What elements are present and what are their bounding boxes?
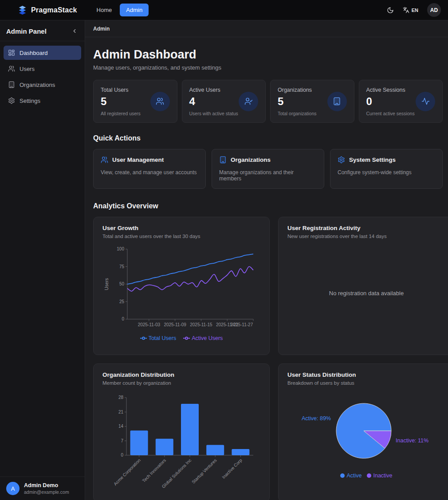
legend-item-active-users[interactable]: Active Users: [183, 335, 223, 341]
chart-title: User Growth: [102, 225, 260, 231]
legend-label: Inactive: [373, 473, 392, 479]
language-switcher[interactable]: EN: [403, 7, 418, 13]
org-distribution-card: Organization Distribution Member count b…: [93, 363, 270, 500]
registration-activity-card: User Registration Activity New user regi…: [278, 217, 448, 355]
sidebar-title: Admin Panel: [6, 27, 47, 35]
stat-label: Active Users: [189, 87, 238, 93]
building-icon: [8, 81, 15, 88]
svg-text:50: 50: [119, 281, 125, 286]
user-avatar[interactable]: AD: [427, 3, 441, 17]
action-title: User Management: [112, 156, 164, 163]
gear-icon: [8, 97, 15, 104]
breadcrumb[interactable]: Admin: [93, 26, 110, 32]
main-nav: Home Admin: [92, 4, 149, 16]
sidebar-nav: Dashboard Users Organizations Settings: [0, 41, 85, 112]
brand[interactable]: PragmaStack: [18, 5, 77, 15]
quick-actions-grid: User Management View, create, and manage…: [93, 149, 443, 189]
quick-actions-heading: Quick Actions: [93, 134, 443, 142]
breadcrumb-bar: Admin: [85, 20, 448, 37]
page-title: Admin Dashboard: [93, 48, 443, 62]
users-icon: [101, 156, 108, 164]
sidebar-item-organizations[interactable]: Organizations: [4, 78, 81, 92]
chart-title: User Status Distribution: [287, 371, 445, 378]
legend-label: Total Users: [149, 335, 177, 341]
action-card-organizations[interactable]: Organizations Manage organizations and t…: [212, 149, 324, 189]
stat-card-active-sessions[interactable]: Active Sessions 0 Current active session…: [359, 80, 443, 123]
svg-text:Active: 89%: Active: 89%: [302, 415, 331, 422]
action-card-system-settings[interactable]: System Settings Configure system-wide se…: [330, 149, 443, 189]
svg-text:75: 75: [119, 264, 125, 269]
sidebar-item-label: Dashboard: [20, 50, 48, 56]
stat-card-total-users[interactable]: Total Users 5 All registered users: [93, 80, 177, 123]
stat-card-active-users[interactable]: Active Users 4 Users with active status: [182, 80, 266, 123]
stat-value: 5: [101, 95, 141, 108]
user-growth-line-chart: 0255075100Users2025-11-032025-11-092025-…: [102, 245, 260, 333]
line-marker-icon: [183, 336, 190, 340]
action-card-user-management[interactable]: User Management View, create, and manage…: [93, 149, 206, 189]
legend-item-inactive[interactable]: Inactive: [367, 473, 392, 479]
users-icon: [150, 92, 170, 111]
svg-text:21: 21: [118, 410, 124, 414]
svg-text:Inactive: 11%: Inactive: 11%: [396, 438, 428, 444]
svg-text:0: 0: [122, 316, 124, 321]
stat-label: Active Sessions: [366, 87, 415, 93]
chevron-left-icon: [71, 28, 78, 34]
svg-text:Tech Innovators: Tech Innovators: [141, 458, 167, 484]
legend-label: Active: [346, 473, 362, 479]
svg-text:2025-11-03: 2025-11-03: [138, 322, 161, 327]
main-content: Admin Admin Dashboard Manage users, orga…: [85, 20, 448, 500]
user-name: Admin Demo: [24, 482, 69, 488]
svg-text:100: 100: [117, 246, 124, 251]
action-title: System Settings: [349, 156, 396, 163]
brand-name: PragmaStack: [31, 6, 77, 14]
chart-subtitle: Member count by organization: [102, 380, 260, 386]
sidebar-user-card[interactable]: A Admin Demo admin@example.com: [0, 477, 85, 500]
svg-text:0: 0: [121, 453, 123, 457]
legend-item-active[interactable]: Active: [340, 473, 362, 479]
stat-card-organizations[interactable]: Organizations 5 Total organizations: [270, 80, 354, 123]
svg-text:2025-11-09: 2025-11-09: [164, 322, 186, 327]
svg-text:2025-11-15: 2025-11-15: [190, 322, 212, 327]
sidebar-item-dashboard[interactable]: Dashboard: [4, 46, 81, 60]
users-icon: [8, 65, 15, 72]
nav-link-admin[interactable]: Admin: [120, 4, 149, 16]
layers-logo-icon: [18, 5, 27, 15]
sidebar-header: Admin Panel: [0, 20, 85, 41]
svg-text:2025-11-27: 2025-11-27: [231, 322, 253, 327]
sidebar-item-settings[interactable]: Settings: [4, 94, 81, 108]
dashboard-icon: [8, 49, 15, 56]
empty-state-message: No registration data available: [329, 290, 404, 297]
navbar-right: EN AD: [387, 3, 441, 17]
nav-link-home[interactable]: Home: [92, 4, 117, 16]
dark-mode-toggle[interactable]: [387, 7, 394, 14]
action-title: Organizations: [231, 156, 271, 163]
svg-text:7: 7: [121, 438, 123, 443]
user-growth-card: User Growth Total and active users over …: [93, 217, 270, 355]
chart-subtitle: Total and active users over the last 30 …: [102, 234, 260, 239]
stat-value: 4: [189, 95, 238, 108]
action-description: View, create, and manage user accounts: [101, 169, 198, 176]
svg-text:Startup Ventures: Startup Ventures: [191, 458, 217, 484]
sidebar-item-label: Settings: [20, 98, 40, 104]
user-status-legend: Active Inactive: [340, 473, 392, 479]
chart-title: User Registration Activity: [287, 225, 445, 231]
org-distribution-bar-chart: 07142128Acme CorporationTech InnovatorsG…: [102, 391, 260, 488]
building-icon: [327, 92, 347, 111]
svg-text:Users: Users: [104, 278, 109, 290]
action-description: Manage organizations and their members: [219, 169, 317, 182]
dot-marker-icon: [340, 473, 345, 478]
sidebar-item-users[interactable]: Users: [4, 62, 81, 76]
user-growth-legend: Total Users Active Users: [140, 335, 223, 341]
svg-text:Acme Corporation: Acme Corporation: [113, 458, 141, 487]
stat-description: Current active sessions: [366, 111, 415, 116]
language-label: EN: [412, 8, 418, 13]
stat-description: All registered users: [101, 111, 141, 116]
dot-marker-icon: [367, 473, 371, 478]
stat-description: Users with active status: [189, 111, 238, 116]
analytics-heading: Analytics Overview: [93, 202, 443, 210]
user-avatar-initial: A: [6, 482, 20, 495]
action-description: Configure system-wide settings: [338, 169, 435, 176]
sidebar-collapse-button[interactable]: [71, 27, 79, 35]
sidebar: Admin Panel Dashboard Users: [0, 20, 85, 500]
legend-item-total-users[interactable]: Total Users: [140, 335, 177, 341]
